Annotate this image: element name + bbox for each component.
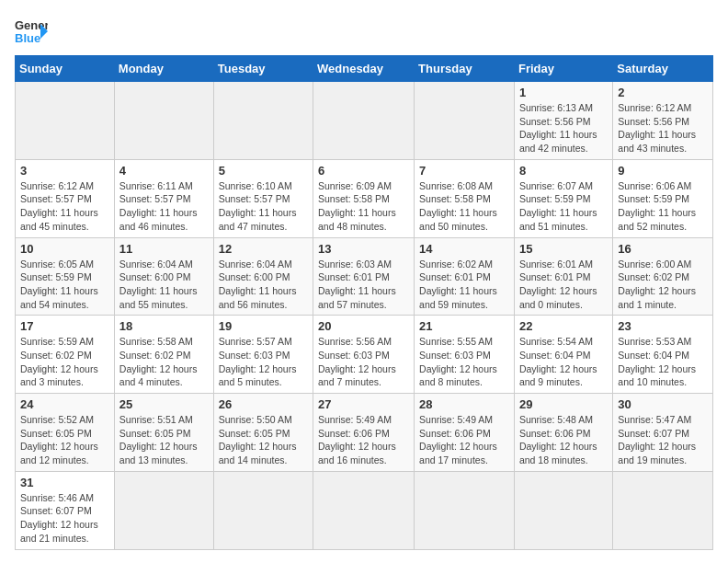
day-info: Sunrise: 6:03 AM Sunset: 6:01 PM Dayligh… <box>318 258 409 312</box>
calendar-cell: 13Sunrise: 6:03 AM Sunset: 6:01 PM Dayli… <box>313 237 415 316</box>
logo: General Blue <box>15 15 48 48</box>
calendar-cell: 26Sunrise: 5:50 AM Sunset: 6:05 PM Dayli… <box>213 394 313 472</box>
day-number: 22 <box>519 319 608 333</box>
calendar-cell <box>213 82 313 160</box>
day-info: Sunrise: 6:12 AM Sunset: 5:56 PM Dayligh… <box>618 101 708 155</box>
day-info: Sunrise: 6:00 AM Sunset: 6:02 PM Dayligh… <box>618 258 708 312</box>
calendar-cell: 4Sunrise: 6:11 AM Sunset: 5:57 PM Daylig… <box>114 159 213 237</box>
calendar-cell: 17Sunrise: 5:59 AM Sunset: 6:02 PM Dayli… <box>16 316 115 394</box>
day-number: 3 <box>20 164 109 178</box>
calendar-cell <box>313 471 415 549</box>
calendar-cell <box>613 471 713 549</box>
calendar-cell: 23Sunrise: 5:53 AM Sunset: 6:04 PM Dayli… <box>613 316 713 394</box>
day-info: Sunrise: 5:53 AM Sunset: 6:04 PM Dayligh… <box>618 335 708 389</box>
day-number: 18 <box>119 319 209 333</box>
weekday-header-cell: Wednesday <box>313 56 415 82</box>
day-info: Sunrise: 5:55 AM Sunset: 6:03 PM Dayligh… <box>419 335 509 389</box>
calendar-cell <box>114 82 213 160</box>
calendar-cell: 15Sunrise: 6:01 AM Sunset: 6:01 PM Dayli… <box>514 237 612 316</box>
day-number: 25 <box>119 397 209 411</box>
calendar-cell <box>114 471 213 549</box>
day-info: Sunrise: 5:58 AM Sunset: 6:02 PM Dayligh… <box>119 335 209 389</box>
calendar-cell: 20Sunrise: 5:56 AM Sunset: 6:03 PM Dayli… <box>313 316 415 394</box>
day-number: 19 <box>219 319 308 333</box>
calendar-cell: 12Sunrise: 6:04 AM Sunset: 6:00 PM Dayli… <box>213 237 313 316</box>
day-info: Sunrise: 5:56 AM Sunset: 6:03 PM Dayligh… <box>318 335 409 389</box>
day-info: Sunrise: 6:12 AM Sunset: 5:57 PM Dayligh… <box>20 179 109 234</box>
day-number: 23 <box>618 319 708 333</box>
day-info: Sunrise: 6:04 AM Sunset: 6:00 PM Dayligh… <box>119 258 209 312</box>
day-number: 21 <box>419 319 509 333</box>
calendar-cell: 14Sunrise: 6:02 AM Sunset: 6:01 PM Dayli… <box>415 237 515 316</box>
calendar-cell <box>415 471 515 549</box>
day-info: Sunrise: 5:49 AM Sunset: 6:06 PM Dayligh… <box>419 413 509 467</box>
day-number: 16 <box>618 242 708 256</box>
day-number: 2 <box>618 86 708 99</box>
day-number: 4 <box>119 164 209 178</box>
day-info: Sunrise: 6:10 AM Sunset: 5:57 PM Dayligh… <box>219 179 308 234</box>
day-number: 31 <box>20 476 109 489</box>
day-number: 14 <box>419 242 509 256</box>
calendar-cell: 5Sunrise: 6:10 AM Sunset: 5:57 PM Daylig… <box>213 159 313 237</box>
day-number: 15 <box>519 242 608 256</box>
day-info: Sunrise: 5:49 AM Sunset: 6:06 PM Dayligh… <box>318 413 409 467</box>
day-info: Sunrise: 5:47 AM Sunset: 6:07 PM Dayligh… <box>618 413 708 467</box>
day-info: Sunrise: 6:11 AM Sunset: 5:57 PM Dayligh… <box>119 179 209 234</box>
calendar-week-row: 24Sunrise: 5:52 AM Sunset: 6:05 PM Dayli… <box>16 394 713 472</box>
calendar-cell: 30Sunrise: 5:47 AM Sunset: 6:07 PM Dayli… <box>613 394 713 472</box>
weekday-header-cell: Saturday <box>613 56 713 82</box>
day-info: Sunrise: 6:06 AM Sunset: 5:59 PM Dayligh… <box>618 179 708 234</box>
day-info: Sunrise: 5:50 AM Sunset: 6:05 PM Dayligh… <box>219 413 308 467</box>
day-number: 11 <box>119 242 209 256</box>
weekday-header-row: SundayMondayTuesdayWednesdayThursdayFrid… <box>16 56 713 82</box>
calendar-cell: 7Sunrise: 6:08 AM Sunset: 5:58 PM Daylig… <box>415 159 515 237</box>
day-info: Sunrise: 6:08 AM Sunset: 5:58 PM Dayligh… <box>419 179 509 234</box>
calendar-cell: 6Sunrise: 6:09 AM Sunset: 5:58 PM Daylig… <box>313 159 415 237</box>
day-number: 12 <box>219 242 308 256</box>
calendar-cell: 27Sunrise: 5:49 AM Sunset: 6:06 PM Dayli… <box>313 394 415 472</box>
calendar-table: SundayMondayTuesdayWednesdayThursdayFrid… <box>15 55 713 550</box>
page-header: General Blue <box>15 15 713 48</box>
day-number: 24 <box>20 397 109 411</box>
calendar-cell <box>514 471 612 549</box>
calendar-cell: 18Sunrise: 5:58 AM Sunset: 6:02 PM Dayli… <box>114 316 213 394</box>
calendar-cell: 28Sunrise: 5:49 AM Sunset: 6:06 PM Dayli… <box>415 394 515 472</box>
weekday-header-cell: Sunday <box>16 56 115 82</box>
day-number: 17 <box>20 319 109 333</box>
calendar-week-row: 3Sunrise: 6:12 AM Sunset: 5:57 PM Daylig… <box>16 159 713 237</box>
day-number: 20 <box>318 319 409 333</box>
day-info: Sunrise: 6:04 AM Sunset: 6:00 PM Dayligh… <box>219 258 308 312</box>
day-number: 7 <box>419 164 509 178</box>
day-info: Sunrise: 6:05 AM Sunset: 5:59 PM Dayligh… <box>20 258 109 312</box>
calendar-cell: 19Sunrise: 5:57 AM Sunset: 6:03 PM Dayli… <box>213 316 313 394</box>
calendar-cell: 2Sunrise: 6:12 AM Sunset: 5:56 PM Daylig… <box>613 82 713 160</box>
day-info: Sunrise: 5:46 AM Sunset: 6:07 PM Dayligh… <box>20 491 109 546</box>
calendar-cell: 29Sunrise: 5:48 AM Sunset: 6:06 PM Dayli… <box>514 394 612 472</box>
day-number: 1 <box>519 86 608 99</box>
calendar-week-row: 17Sunrise: 5:59 AM Sunset: 6:02 PM Dayli… <box>16 316 713 394</box>
svg-text:Blue: Blue <box>15 31 40 45</box>
day-info: Sunrise: 5:51 AM Sunset: 6:05 PM Dayligh… <box>119 413 209 467</box>
day-number: 10 <box>20 242 109 256</box>
day-info: Sunrise: 6:09 AM Sunset: 5:58 PM Dayligh… <box>318 179 409 234</box>
day-info: Sunrise: 5:57 AM Sunset: 6:03 PM Dayligh… <box>219 335 308 389</box>
calendar-cell <box>213 471 313 549</box>
day-number: 27 <box>318 397 409 411</box>
day-number: 6 <box>318 164 409 178</box>
calendar-cell: 31Sunrise: 5:46 AM Sunset: 6:07 PM Dayli… <box>16 471 115 549</box>
logo-icon: General Blue <box>15 15 48 48</box>
day-number: 13 <box>318 242 409 256</box>
calendar-cell: 10Sunrise: 6:05 AM Sunset: 5:59 PM Dayli… <box>16 237 115 316</box>
day-number: 29 <box>519 397 608 411</box>
day-info: Sunrise: 5:54 AM Sunset: 6:04 PM Dayligh… <box>519 335 608 389</box>
day-info: Sunrise: 6:13 AM Sunset: 5:56 PM Dayligh… <box>519 101 608 155</box>
day-number: 5 <box>219 164 308 178</box>
calendar-cell <box>415 82 515 160</box>
day-number: 26 <box>219 397 308 411</box>
calendar-cell: 8Sunrise: 6:07 AM Sunset: 5:59 PM Daylig… <box>514 159 612 237</box>
day-number: 8 <box>519 164 608 178</box>
calendar-cell: 21Sunrise: 5:55 AM Sunset: 6:03 PM Dayli… <box>415 316 515 394</box>
day-info: Sunrise: 5:48 AM Sunset: 6:06 PM Dayligh… <box>519 413 608 467</box>
day-info: Sunrise: 6:01 AM Sunset: 6:01 PM Dayligh… <box>519 258 608 312</box>
day-number: 28 <box>419 397 509 411</box>
